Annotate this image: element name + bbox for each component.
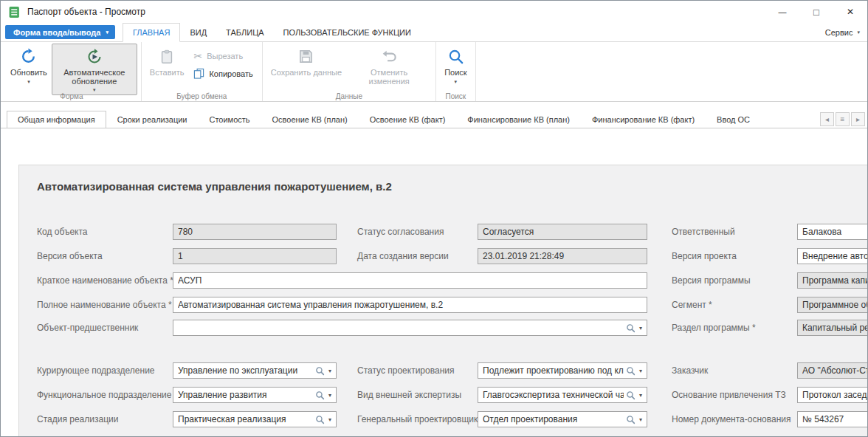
paste-icon <box>159 47 175 66</box>
field-label: Функциональное подразделение <box>37 390 171 400</box>
form-tab-deadlines[interactable]: Сроки реализации <box>106 111 199 128</box>
field-design-status[interactable]: Подлежит проектированию под ключ ▾ <box>478 362 647 379</box>
field-responsible[interactable]: Балакова <box>797 224 867 240</box>
ribbon-group-form-label: Форма <box>2 92 141 100</box>
menu-tab-view[interactable]: ВИД <box>180 23 216 41</box>
form-panel: Автоматизированная система управления по… <box>18 165 867 436</box>
dropdown-caret-icon[interactable]: ▾ <box>639 392 642 399</box>
ribbon-group-clipboard-label: Буфер обмена <box>142 92 262 100</box>
field-project-version[interactable]: Внедрение автома <box>797 248 867 264</box>
undo-button-label: Отменить изменения <box>351 69 427 86</box>
copy-button-label: Копировать <box>209 69 252 78</box>
io-form-button-label: Форма ввода/вывода <box>13 28 100 37</box>
lookup-search-icon[interactable] <box>315 366 325 376</box>
field-label: Версия программы <box>672 275 751 286</box>
menu-tab-user-functions[interactable]: ПОЛЬЗОВАТЕЛЬСКИЕ ФУНКЦИИ <box>274 23 421 41</box>
form-tab-fin-fact[interactable]: Финансирование КВ (факт) <box>581 111 706 128</box>
ribbon: Обновить ▾ Автоматическое обновление ▾ Ф… <box>1 42 867 102</box>
form-tab-kv-fact[interactable]: Освоение КВ (факт) <box>359 111 457 128</box>
field-label: Основание привлечения ТЗ <box>672 390 786 400</box>
field-predecessor[interactable]: ▾ <box>173 320 647 336</box>
app-window: Паспорт объекта - Просмотр — □ ✕ Форма в… <box>0 0 868 437</box>
ribbon-group-clipboard: Вставить ✂ Вырезать Копировать <box>142 42 263 101</box>
refresh-icon <box>19 47 38 66</box>
field-approval-status: Согласуется <box>478 224 647 240</box>
menubar: Форма ввода/вывода ▾ ГЛАВНАЯ ВИД ТАБЛИЦА… <box>1 23 867 42</box>
menu-tab-table[interactable]: ТАБЛИЦА <box>216 23 274 41</box>
service-menu[interactable]: Сервис ▾ <box>825 23 860 41</box>
menu-tab-home[interactable]: ГЛАВНАЯ <box>123 23 180 42</box>
search-button[interactable]: Поиск ▾ <box>440 44 471 87</box>
dropdown-caret-icon[interactable]: ▾ <box>639 368 642 374</box>
chevron-down-icon: ▾ <box>455 79 458 85</box>
copy-button[interactable]: Копировать <box>188 66 258 81</box>
window-title: Паспорт объекта - Просмотр <box>27 7 145 17</box>
field-label: Стадия реализации <box>37 414 118 424</box>
form-tab-kv-plan[interactable]: Освоение КВ (план) <box>261 111 359 128</box>
tab-nav-prev-button[interactable]: ◂ <box>820 112 834 126</box>
field-basis-doc-number[interactable]: № 543267 <box>797 411 867 427</box>
field-label: Заказчик <box>672 365 708 376</box>
field-functional-division[interactable]: Управление развития ▾ <box>173 387 337 403</box>
ribbon-group-search-label: Поиск <box>436 92 475 100</box>
tab-nav-next-button[interactable]: ▸ <box>851 112 865 126</box>
field-expertise-type[interactable]: Главгосэкспертиза технической части ▾ <box>478 387 647 403</box>
field-label: Раздел программы * <box>672 323 756 333</box>
lookup-search-icon[interactable] <box>626 366 636 376</box>
dropdown-caret-icon[interactable]: ▾ <box>328 368 331 374</box>
lookup-search-icon[interactable] <box>626 323 636 333</box>
scissors-icon: ✂ <box>193 51 202 61</box>
field-label: Генеральный проектировщик <box>357 414 478 424</box>
field-label: Ответственный <box>672 227 735 237</box>
field-label: Сегмент * <box>672 300 712 310</box>
window-controls: — □ ✕ <box>765 1 867 23</box>
refresh-button[interactable]: Обновить ▾ <box>6 44 52 87</box>
save-button[interactable]: Сохранить данные <box>266 44 346 80</box>
app-icon <box>8 6 21 18</box>
chevron-down-icon: ▾ <box>857 30 860 35</box>
maximize-button[interactable]: □ <box>799 1 833 23</box>
search-button-label: Поиск <box>444 69 466 78</box>
dropdown-caret-icon[interactable]: ▾ <box>639 416 642 423</box>
form-tabstrip: Общая информация Сроки реализации Стоимо… <box>1 111 867 128</box>
close-button[interactable]: ✕ <box>833 1 867 23</box>
field-label: Дата создания версии <box>357 251 449 261</box>
field-object-code: 780 <box>173 224 337 240</box>
field-customer: АО "Абсолют-Стро <box>797 362 867 379</box>
field-label: Статус проектирования <box>357 365 454 376</box>
field-implementation-stage[interactable]: Практическая реализация ▾ <box>173 411 337 427</box>
save-button-label: Сохранить данные <box>271 69 342 78</box>
lookup-search-icon[interactable] <box>315 390 325 400</box>
field-full-name[interactable]: Автоматизированная система управления по… <box>173 297 647 313</box>
auto-refresh-button[interactable]: Автоматическое обновление ▾ <box>52 44 137 95</box>
field-tz-basis[interactable]: Протокол заседани <box>797 387 867 403</box>
ribbon-group-data: Сохранить данные Отменить изменения Данн… <box>263 42 436 101</box>
cut-button-label: Вырезать <box>207 52 243 61</box>
field-general-designer[interactable]: Отдел проектирования ▾ <box>478 411 647 427</box>
paste-button[interactable]: Вставить <box>145 44 189 80</box>
form-tab-cost[interactable]: Стоимость <box>198 111 261 128</box>
field-label: Версия объекта <box>37 251 103 261</box>
undo-button[interactable]: Отменить изменения <box>346 44 432 88</box>
form-tab-vvod-os[interactable]: Ввод ОС <box>706 111 761 128</box>
chevron-down-icon: ▾ <box>27 79 30 85</box>
dropdown-caret-icon[interactable]: ▾ <box>639 325 642 331</box>
form-tab-general-info[interactable]: Общая информация <box>7 111 106 128</box>
field-short-name[interactable]: АСУП <box>173 272 647 289</box>
form-tab-fin-plan[interactable]: Финансирование КВ (план) <box>456 111 581 128</box>
minimize-button[interactable]: — <box>765 1 799 23</box>
cut-button[interactable]: ✂ Вырезать <box>188 48 258 63</box>
auto-refresh-icon <box>86 47 103 66</box>
lookup-search-icon[interactable] <box>315 415 325 424</box>
tab-nav-list-button[interactable]: ≡ <box>836 112 850 126</box>
dropdown-caret-icon[interactable]: ▾ <box>328 392 331 399</box>
content-area: Автоматизированная система управления по… <box>1 128 867 436</box>
field-curating-division[interactable]: Управление по эксплуатации ▾ <box>173 362 337 379</box>
tab-navigation: ◂ ≡ ▸ <box>816 112 865 126</box>
lookup-search-icon[interactable] <box>626 415 636 424</box>
dropdown-caret-icon[interactable]: ▾ <box>328 416 331 423</box>
lookup-search-icon[interactable] <box>626 390 636 400</box>
save-icon <box>297 47 314 66</box>
io-form-button[interactable]: Форма ввода/вывода ▾ <box>5 25 115 39</box>
undo-icon <box>381 47 398 66</box>
